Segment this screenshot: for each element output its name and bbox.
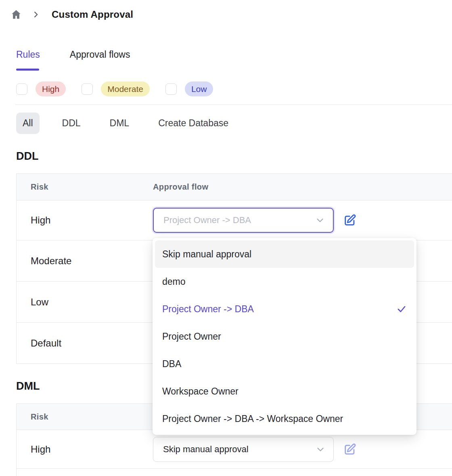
filter-low: Low (165, 81, 213, 96)
dropdown-item-skip-manual-approval[interactable]: Skip manual approval (155, 240, 414, 268)
risk-cell: High (17, 444, 153, 455)
badge-moderate: Moderate (101, 81, 150, 96)
table-row-dml-high: High Skip manual approval (17, 430, 452, 469)
category-tab-all[interactable]: All (16, 113, 40, 134)
badge-low: Low (185, 81, 213, 96)
approval-flow-dropdown-menu: Skip manual approval demo Project Owner … (153, 238, 416, 435)
checkbox-low[interactable] (165, 84, 177, 95)
category-tab-dml[interactable]: DML (103, 113, 136, 134)
tab-bar: Rules Approval flows (16, 49, 130, 67)
checkbox-high[interactable] (16, 84, 27, 95)
filter-moderate: Moderate (82, 81, 150, 96)
edit-approval-flow-button[interactable] (342, 441, 358, 457)
section-divider (15, 104, 452, 105)
dropdown-item-label: demo (162, 276, 186, 287)
dropdown-item-label: Project Owner -> DBA -> Workspace Owner (162, 413, 343, 424)
category-tab-create-database[interactable]: Create Database (152, 113, 235, 134)
dropdown-item-project-owner-dba[interactable]: Project Owner -> DBA (155, 295, 414, 323)
checkbox-moderate[interactable] (82, 84, 93, 95)
category-tab-all-label: All (23, 118, 33, 129)
risk-cell: Low (17, 296, 153, 308)
filter-high: High (16, 81, 66, 96)
dropdown-item-project-owner-dba-workspace-owner[interactable]: Project Owner -> DBA -> Workspace Owner (155, 405, 414, 432)
risk-filter-row: High Moderate Low (16, 81, 213, 96)
home-icon[interactable] (10, 9, 22, 20)
breadcrumb: Custom Approval (10, 9, 133, 20)
chevron-down-icon (315, 215, 325, 225)
approval-flow-cell: Project Owner -> DBA (153, 208, 358, 233)
select-value: Skip manual approval (163, 444, 249, 455)
ddl-table-header: Risk Approval flow (17, 174, 452, 200)
dropdown-item-label: Workspace Owner (162, 386, 239, 397)
custom-approval-page: Custom Approval Rules Approval flows Hig… (0, 0, 452, 476)
dropdown-item-project-owner[interactable]: Project Owner (155, 323, 414, 350)
risk-cell: Default (17, 338, 153, 349)
edit-approval-flow-button[interactable] (342, 212, 358, 228)
category-tab-ddl[interactable]: DDL (56, 113, 87, 134)
ddl-col-risk: Risk (17, 182, 153, 192)
dml-section-heading: DML (16, 380, 40, 392)
risk-cell: Moderate (17, 255, 153, 267)
chevron-right-icon (31, 10, 40, 19)
chevron-down-icon (316, 445, 325, 454)
dropdown-item-label: Skip manual approval (162, 249, 251, 260)
dropdown-item-label: Project Owner (162, 331, 221, 342)
select-value: Project Owner -> DBA (163, 215, 251, 225)
edit-pencil-square-icon (343, 443, 357, 456)
category-tab-bar: All DDL DML Create Database (16, 113, 235, 134)
badge-high: High (36, 81, 66, 96)
table-row-ddl-high: High Project Owner -> DBA (17, 200, 452, 240)
dropdown-item-label: Project Owner -> DBA (162, 304, 254, 315)
checkmark-icon (396, 304, 407, 314)
approval-flow-select-dml-high[interactable]: Skip manual approval (153, 437, 334, 462)
tab-approval-flows[interactable]: Approval flows (70, 49, 130, 67)
category-tab-ddl-label: DDL (62, 118, 81, 129)
ddl-section-heading: DDL (16, 150, 39, 163)
category-tab-dml-label: DML (110, 118, 130, 129)
approval-flow-cell: Skip manual approval (153, 437, 358, 462)
dropdown-item-dba[interactable]: DBA (155, 350, 414, 378)
approval-flow-select-ddl-high[interactable]: Project Owner -> DBA (153, 208, 334, 233)
tab-rules[interactable]: Rules (16, 49, 40, 67)
category-tab-create-database-label: Create Database (158, 118, 228, 129)
ddl-col-approval-flow: Approval flow (153, 182, 208, 192)
page-title: Custom Approval (52, 9, 133, 20)
dropdown-item-demo[interactable]: demo (155, 268, 414, 295)
table-row-partial (17, 469, 452, 476)
edit-pencil-square-icon (343, 213, 357, 227)
dropdown-item-workspace-owner[interactable]: Workspace Owner (155, 378, 414, 405)
dropdown-item-label: DBA (162, 359, 181, 370)
risk-cell: High (17, 215, 153, 226)
dml-col-risk: Risk (17, 412, 153, 422)
